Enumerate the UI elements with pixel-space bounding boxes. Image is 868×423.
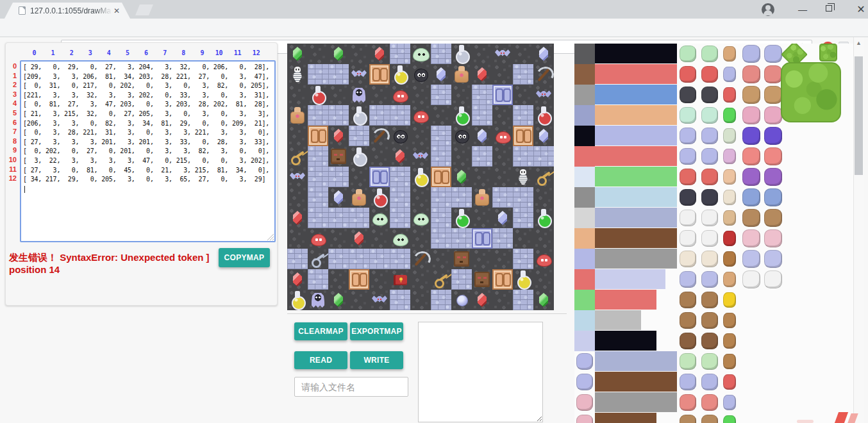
- map-tile-wall[interactable]: [410, 290, 431, 310]
- map-tile-wall[interactable]: [492, 105, 513, 126]
- map-tile-wall[interactable]: [369, 85, 390, 105]
- map-tile-door-orange[interactable]: [349, 269, 369, 290]
- tileset-sprite[interactable]: [701, 251, 718, 267]
- tileset-sprite[interactable]: [701, 128, 718, 144]
- map-tile-floor[interactable]: [513, 105, 533, 126]
- map-tile-floor[interactable]: [451, 269, 472, 290]
- tileset-sprite[interactable]: [701, 210, 718, 226]
- map-tile-flask-yellow[interactable]: [390, 64, 410, 85]
- tileset-item[interactable]: [723, 333, 736, 349]
- map-tile-flask-silver[interactable]: [349, 105, 369, 126]
- matrix-textarea[interactable]: [20, 60, 276, 242]
- map-tile-bat[interactable]: [492, 44, 513, 64]
- map-tile-wall[interactable]: [513, 228, 533, 249]
- map-tile-floor[interactable]: [390, 105, 410, 126]
- map-tile-flask-silver[interactable]: [451, 44, 472, 64]
- map-tile-floor[interactable]: [431, 187, 451, 208]
- tileset-npc-sprite[interactable]: [742, 209, 760, 227]
- tileset-sprite[interactable]: [701, 46, 718, 62]
- map-tile-floor[interactable]: [472, 105, 492, 126]
- tileset-sprite[interactable]: [576, 415, 593, 423]
- map-tile-skeleton[interactable]: [287, 64, 308, 85]
- copymap-button[interactable]: COPYMAP: [219, 248, 270, 267]
- map-tile-wall[interactable]: [308, 44, 328, 64]
- map-tile-wall[interactable]: [451, 146, 472, 167]
- map-tile-gem-purple[interactable]: [472, 126, 492, 146]
- map-tile-flask-green[interactable]: [451, 208, 472, 228]
- tileset-sprite[interactable]: [701, 353, 718, 370]
- tileset-item[interactable]: [723, 292, 736, 308]
- window-minimize-button[interactable]: —: [793, 4, 812, 15]
- profile-icon[interactable]: [762, 3, 774, 16]
- map-tile-floor[interactable]: [472, 146, 492, 167]
- map-tile-floor[interactable]: [390, 187, 410, 208]
- map-tile-floor[interactable]: [308, 269, 328, 290]
- tileset-npc-sprite[interactable]: [764, 106, 782, 124]
- map-tile-floor[interactable]: [287, 249, 308, 269]
- tileset-sprite[interactable]: [680, 353, 696, 370]
- tileset-npc-sprite[interactable]: [764, 250, 782, 268]
- map-tile-floor[interactable]: [513, 208, 533, 228]
- map-tile-gem-red[interactable]: [390, 146, 410, 167]
- map-tile-face[interactable]: [328, 146, 349, 167]
- filename-input[interactable]: [294, 377, 408, 397]
- tileset-npc-sprite[interactable]: [764, 127, 782, 145]
- map-tile-wall[interactable]: [287, 187, 308, 208]
- tileset-npc-sprite[interactable]: [764, 147, 782, 165]
- tileset-npc-sprite[interactable]: [764, 209, 782, 227]
- map-tile-floor[interactable]: [349, 126, 369, 146]
- window-close-button[interactable]: ✕: [851, 4, 868, 15]
- map-tile-floor[interactable]: [308, 187, 328, 208]
- tileset-npc-sprite[interactable]: [742, 188, 760, 206]
- tileset-terrain-tile[interactable]: [574, 85, 595, 105]
- tileset-item[interactable]: [723, 190, 736, 205]
- tileset-terrain-tile[interactable]: [574, 146, 595, 167]
- map-tile-floor[interactable]: [492, 187, 513, 208]
- tileset-item[interactable]: [723, 231, 736, 246]
- map-tile-face[interactable]: [472, 269, 492, 290]
- tileset-band-tile[interactable]: [595, 372, 677, 392]
- map-tile-wall[interactable]: [533, 228, 554, 249]
- map-tile-pickaxe[interactable]: [410, 249, 431, 269]
- map-tile-wall[interactable]: [492, 64, 513, 85]
- tileset-item[interactable]: [723, 251, 736, 267]
- tileset-npc-sprite[interactable]: [742, 168, 760, 186]
- map-tile-gem-purple[interactable]: [492, 208, 513, 228]
- tileset-band-tile[interactable]: [595, 105, 677, 125]
- map-tile-bat-spider[interactable]: [410, 146, 431, 167]
- map-tile-ghost[interactable]: [349, 85, 369, 105]
- tileset-band-tile[interactable]: [595, 331, 656, 351]
- write-button[interactable]: WRITE: [350, 351, 403, 369]
- tileset-npc-sprite[interactable]: [742, 250, 760, 268]
- map-tile-door-blue[interactable]: [472, 228, 492, 249]
- map-tile-ghost[interactable]: [308, 290, 328, 310]
- map-tile-floor[interactable]: [349, 208, 369, 228]
- map-tile-slime-red[interactable]: [492, 126, 513, 146]
- tileset-npc-sprite[interactable]: [764, 229, 782, 247]
- map-tile-wall[interactable]: [472, 249, 492, 269]
- map-tile-wall[interactable]: [513, 85, 533, 105]
- tileset-band-tile[interactable]: [595, 269, 665, 289]
- map-tile-bat[interactable]: [349, 64, 369, 85]
- tileset-npc-sprite[interactable]: [742, 147, 760, 165]
- map-tile-wall[interactable]: [349, 167, 369, 187]
- tileset-band-tile[interactable]: [595, 413, 656, 423]
- tileset-sprite[interactable]: [680, 230, 696, 247]
- map-tile-wall[interactable]: [410, 187, 431, 208]
- tileset-terrain-tile[interactable]: [574, 331, 595, 351]
- window-restore-button[interactable]: [826, 5, 832, 12]
- map-tile-flask-green[interactable]: [533, 208, 554, 228]
- map-tile-wall[interactable]: [369, 269, 390, 290]
- map-tile-wall[interactable]: [492, 290, 513, 310]
- map-tile-wall[interactable]: [287, 126, 308, 146]
- map-tile-wall[interactable]: [369, 146, 390, 167]
- tileset-sprite[interactable]: [576, 353, 593, 370]
- map-tile-wall[interactable]: [492, 249, 513, 269]
- tileset-item[interactable]: [723, 128, 736, 144]
- tileset-item[interactable]: [723, 313, 736, 328]
- tileset-band-tile[interactable]: [595, 392, 677, 412]
- map-tile-slime-mint[interactable]: [369, 208, 390, 228]
- map-tile-wall[interactable]: [328, 85, 349, 105]
- map-tile-floor[interactable]: [328, 249, 349, 269]
- map-tile-wall[interactable]: [410, 85, 431, 105]
